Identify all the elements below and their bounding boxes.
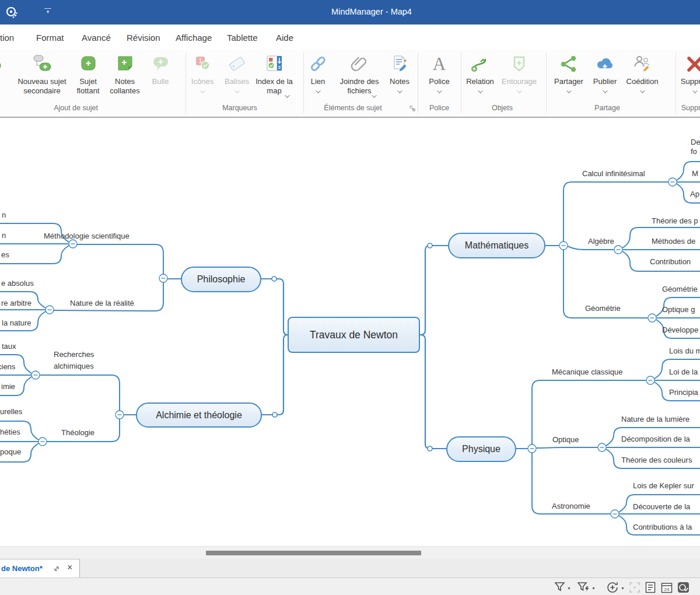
leaf-label[interactable]: poque — [0, 447, 21, 457]
menu-tab-affichage[interactable]: Affichage — [176, 33, 212, 43]
ribbon-partager-button[interactable]: Partager — [552, 51, 586, 93]
leaf-label[interactable]: M — [692, 169, 698, 178]
leaf-label[interactable]: Théorie des p — [652, 216, 698, 226]
main-topic-physique[interactable]: Physique — [446, 436, 516, 462]
quick-access-dropdown-icon[interactable]: ▾ — [44, 8, 51, 14]
leaf-label[interactable]: Découverte de la — [633, 502, 690, 512]
collapse-button[interactable] — [598, 443, 606, 452]
ribbon-notes-button[interactable]: Notes — [386, 51, 413, 93]
leaf-label[interactable]: Loi de la — [669, 368, 698, 377]
leaf-label[interactable]: Defo — [691, 138, 700, 156]
main-topic-mathematiques[interactable]: Mathématiques — [448, 233, 545, 258]
leaf-label[interactable]: Ap — [690, 190, 699, 199]
ribbon-relation-button[interactable]: Relation — [464, 51, 496, 93]
font-icon: A — [424, 51, 455, 77]
leaf-label[interactable]: Géométrie — [662, 285, 698, 294]
menu-tab-aide[interactable]: Aide — [276, 33, 293, 43]
ribbon-nouveau-sujet-secondaire-button[interactable]: Nouveau sujet secondaire — [17, 51, 67, 96]
leaf-label[interactable]: taux — [2, 342, 16, 351]
leaf-label[interactable]: urelles — [0, 407, 22, 416]
leaf-label[interactable]: Lois du m — [669, 346, 700, 356]
chevron-down-icon[interactable]: ▼ — [592, 586, 596, 590]
leaf-label[interactable]: n — [2, 211, 6, 220]
leaf-label[interactable]: héties — [0, 428, 20, 437]
subtopic-methodologie[interactable]: Méthodologie scientifique — [44, 232, 130, 241]
leaf-label[interactable]: Méthodes de — [652, 237, 695, 246]
ribbon-nouveau-button[interactable]: au — [0, 51, 9, 93]
collapse-button[interactable] — [528, 444, 536, 453]
main-topic-alchimie-theologie[interactable]: Alchimie et théologie — [136, 402, 262, 428]
filter-icon[interactable] — [554, 582, 566, 592]
subtopic-calcul-infinitesimal[interactable]: Calcul infinitésimal — [582, 169, 645, 178]
central-topic[interactable]: Travaux de Newton — [288, 317, 420, 353]
collapse-button[interactable] — [646, 376, 654, 384]
ribbon-joindre-fichiers-button[interactable]: Joindre des fichiers — [336, 51, 383, 96]
collapse-button[interactable] — [116, 411, 124, 419]
collapse-button[interactable] — [69, 240, 77, 248]
leaf-label[interactable]: Contributions à la — [633, 523, 692, 532]
ribbon-sujet-flottant-button[interactable]: Sujet flottant — [71, 51, 105, 96]
leaf-label[interactable]: Contribution — [650, 257, 691, 267]
scrollbar-thumb[interactable] — [206, 551, 421, 555]
ribbon-supprimer-button[interactable]: Supprim — [674, 51, 700, 93]
subtopic-theologie[interactable]: Théologie — [61, 428, 94, 438]
menu-tab-avance[interactable]: Avancé — [82, 33, 111, 43]
leaf-label[interactable]: n — [2, 231, 6, 240]
leaf-label[interactable]: imie — [1, 382, 15, 391]
subtopic-astronomie[interactable]: Astronomie — [552, 502, 590, 511]
main-topic-philosophie[interactable]: Philosophie — [181, 267, 261, 292]
power-filter-icon[interactable] — [578, 582, 590, 592]
ribbon-notes-collantes-button[interactable]: Notes collantes — [107, 51, 142, 96]
leaf-label[interactable]: Décomposition de la — [621, 435, 690, 444]
leaf-label[interactable]: Optique g — [662, 305, 695, 314]
collapse-button[interactable] — [32, 371, 40, 379]
menu-tab-format[interactable]: Format — [36, 33, 64, 43]
dialog-launcher-icon[interactable] — [409, 105, 416, 112]
leaf-label[interactable]: re arbitre — [1, 299, 32, 308]
leaf-label[interactable]: Théorie des couleurs — [621, 456, 692, 465]
collapse-button[interactable] — [159, 274, 167, 282]
leaf-label[interactable]: es — [1, 250, 9, 260]
close-icon[interactable]: × — [67, 562, 72, 573]
task-info-icon[interactable] — [677, 582, 690, 593]
menu-tab-tablette[interactable]: Tablette — [227, 33, 258, 43]
leaf-label[interactable]: Nature de la lumière — [621, 415, 690, 424]
collapse-button[interactable] — [614, 246, 622, 254]
collapse-button[interactable] — [46, 306, 54, 314]
collapse-button[interactable] — [559, 242, 568, 250]
leaf-label[interactable]: ciens — [0, 362, 15, 372]
outline-view-icon[interactable] — [645, 582, 656, 593]
collapse-button[interactable] — [668, 178, 677, 186]
leaf-label[interactable]: Lois de Kepler sur — [633, 481, 694, 491]
calendar-icon[interactable]: 24 — [661, 582, 673, 593]
collapse-button[interactable] — [648, 314, 656, 322]
map-tab-travaux-de-newton[interactable]: de Newton* × — [0, 559, 80, 578]
app-icon[interactable] — [5, 5, 19, 19]
leaf-label[interactable]: la nature — [2, 318, 32, 328]
chevron-down-icon[interactable]: ▼ — [567, 586, 571, 590]
subtopic-optique[interactable]: Optique — [552, 435, 579, 444]
subtopic-mecanique[interactable]: Mécanique classique — [552, 368, 622, 377]
chevron-down-icon[interactable]: ▼ — [621, 586, 625, 590]
subtopic-nature-realite[interactable]: Nature de la réalité — [70, 299, 134, 308]
menu-tab-insertion-cut[interactable]: tion — [0, 33, 14, 43]
collapse-button[interactable] — [38, 438, 47, 446]
recenter-map-icon[interactable] — [607, 582, 620, 593]
collapse-button[interactable] — [611, 510, 619, 518]
map-canvas[interactable]: Travaux de Newton Mathématiques Physique… — [0, 118, 700, 546]
ribbon-coedition-button[interactable]: Coédition — [624, 51, 660, 93]
subtopic-algebre[interactable]: Algèbre — [588, 237, 614, 246]
button-label: Notes — [386, 77, 413, 86]
subtopic-geometrie[interactable]: Géométrie — [585, 304, 621, 313]
horizontal-scrollbar[interactable] — [0, 546, 700, 559]
ribbon-publier-button[interactable]: Publier — [589, 51, 621, 93]
float-map-icon[interactable] — [52, 565, 61, 573]
leaf-label[interactable]: Développe — [662, 326, 698, 335]
leaf-label[interactable]: Principia — [669, 388, 698, 397]
ribbon-index-map-button[interactable]: Index de la map — [256, 51, 293, 96]
menu-tab-revision[interactable]: Révision — [127, 33, 160, 43]
ribbon-police-button[interactable]: A Police — [424, 51, 455, 93]
leaf-label[interactable]: e absolus — [1, 279, 34, 288]
ribbon-lien-button[interactable]: Lien — [304, 51, 331, 93]
subtopic-recherches-alchimiques[interactable]: Recherches alchimiques — [54, 349, 102, 372]
